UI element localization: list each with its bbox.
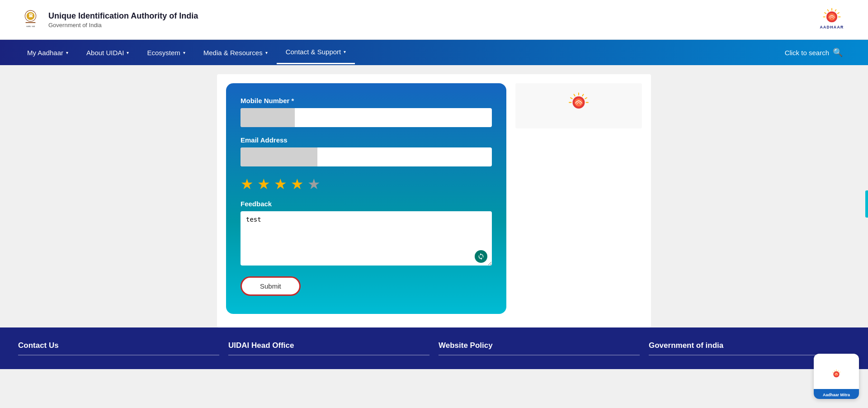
svg-text:AADHAAR: AADHAAR xyxy=(820,24,844,29)
svg-point-25 xyxy=(835,372,838,376)
feedback-textarea[interactable]: test xyxy=(241,211,492,266)
search-button[interactable]: Click to search 🔍 xyxy=(778,44,850,61)
svg-line-11 xyxy=(828,9,829,11)
chevron-down-icon: ▾ xyxy=(127,50,129,55)
nav-items: My Aadhaar ▾ About UIDAI ▾ Ecosystem ▾ M… xyxy=(18,41,355,64)
star-2[interactable]: ★ xyxy=(257,176,270,193)
svg-line-28 xyxy=(840,372,840,372)
footer-contact-title: Contact Us xyxy=(18,341,219,356)
svg-line-8 xyxy=(835,9,836,11)
mitra-label: Aadhaar Mitra xyxy=(823,393,850,397)
email-label: Email Address xyxy=(241,136,492,144)
mobile-input[interactable] xyxy=(295,108,492,127)
chevron-down-icon: ▾ xyxy=(265,50,268,55)
main-content: Mobile Number * Email Address ★ ★ ★ ★ xyxy=(0,65,868,327)
mobile-prefix xyxy=(241,108,295,127)
svg-line-12 xyxy=(825,13,826,14)
footer-uidai-title: UIDAI Head Office xyxy=(228,341,429,356)
email-prefix xyxy=(241,147,317,166)
nav-item-contact-support[interactable]: Contact & Support ▾ xyxy=(277,41,355,64)
side-aadhaar-logo-icon xyxy=(558,88,599,124)
emblem-icon: 🏛 सत्यमेव जयते xyxy=(18,7,43,32)
svg-line-29 xyxy=(834,370,835,371)
aadhaar-logo-icon: AADHAAR xyxy=(814,4,850,36)
gov-name: Government of India xyxy=(48,22,198,28)
form-section: Mobile Number * Email Address ★ ★ ★ ★ xyxy=(226,83,506,318)
chevron-down-icon: ▾ xyxy=(183,50,185,55)
chevron-down-icon: ▾ xyxy=(66,50,68,55)
submit-button[interactable]: Submit xyxy=(241,276,301,296)
header-left: 🏛 सत्यमेव जयते Unique Identification Aut… xyxy=(18,7,198,32)
header-right: AADHAAR xyxy=(814,4,850,36)
aadhaar-mitra-button[interactable]: Aadhaar Mitra xyxy=(814,354,859,399)
footer: Contact Us UIDAI Head Office Website Pol… xyxy=(0,327,868,369)
feedback-textarea-wrap: test xyxy=(241,211,492,267)
star-4[interactable]: ★ xyxy=(291,176,304,193)
footer-policy-title: Website Policy xyxy=(439,341,640,356)
svg-line-9 xyxy=(838,13,839,14)
email-input[interactable] xyxy=(317,147,492,166)
chevron-down-icon: ▾ xyxy=(344,49,346,54)
footer-policy: Website Policy xyxy=(439,341,640,360)
search-icon: 🔍 xyxy=(833,47,843,57)
footer-grid: Contact Us UIDAI Head Office Website Pol… xyxy=(18,341,850,360)
scroll-indicator[interactable] xyxy=(865,190,868,218)
svg-line-21 xyxy=(574,95,575,96)
feedback-label: Feedback xyxy=(241,200,492,208)
star-3[interactable]: ★ xyxy=(274,176,287,193)
svg-line-19 xyxy=(585,98,587,99)
svg-line-18 xyxy=(582,95,583,96)
svg-rect-3 xyxy=(26,22,36,23)
mobile-label: Mobile Number * xyxy=(241,97,492,104)
header-title-block: Unique Identification Authority of India… xyxy=(48,11,198,28)
mobile-field-group xyxy=(241,108,492,127)
svg-text:सत्यमेव जयते: सत्यमेव जयते xyxy=(26,25,35,28)
org-name: Unique Identification Authority of India xyxy=(48,11,198,21)
svg-line-27 xyxy=(838,370,839,371)
content-wrapper: Mobile Number * Email Address ★ ★ ★ ★ xyxy=(217,74,651,327)
nav-item-my-aadhaar[interactable]: My Aadhaar ▾ xyxy=(18,42,77,64)
navbar: My Aadhaar ▾ About UIDAI ▾ Ecosystem ▾ M… xyxy=(0,40,868,65)
footer-uidai: UIDAI Head Office xyxy=(228,341,429,360)
mitra-aadhaar-icon xyxy=(825,366,848,387)
page-header: 🏛 सत्यमेव जयते Unique Identification Aut… xyxy=(0,0,868,40)
email-field-group xyxy=(241,147,492,166)
nav-item-about-uidai[interactable]: About UIDAI ▾ xyxy=(77,42,138,64)
svg-text:🏛: 🏛 xyxy=(28,13,33,18)
star-1[interactable]: ★ xyxy=(241,176,254,193)
star-rating[interactable]: ★ ★ ★ ★ ★ xyxy=(241,176,492,193)
star-5[interactable]: ★ xyxy=(307,176,321,193)
svg-line-30 xyxy=(833,372,834,372)
feedback-form-card: Mobile Number * Email Address ★ ★ ★ ★ xyxy=(226,83,506,314)
feedback-refresh-icon[interactable] xyxy=(475,250,487,263)
right-section xyxy=(515,83,642,318)
nav-item-media-resources[interactable]: Media & Resources ▾ xyxy=(194,42,277,64)
footer-contact: Contact Us xyxy=(18,341,219,360)
nav-item-ecosystem[interactable]: Ecosystem ▾ xyxy=(138,42,194,64)
submit-wrap: Submit xyxy=(241,276,492,296)
svg-line-22 xyxy=(571,98,572,99)
